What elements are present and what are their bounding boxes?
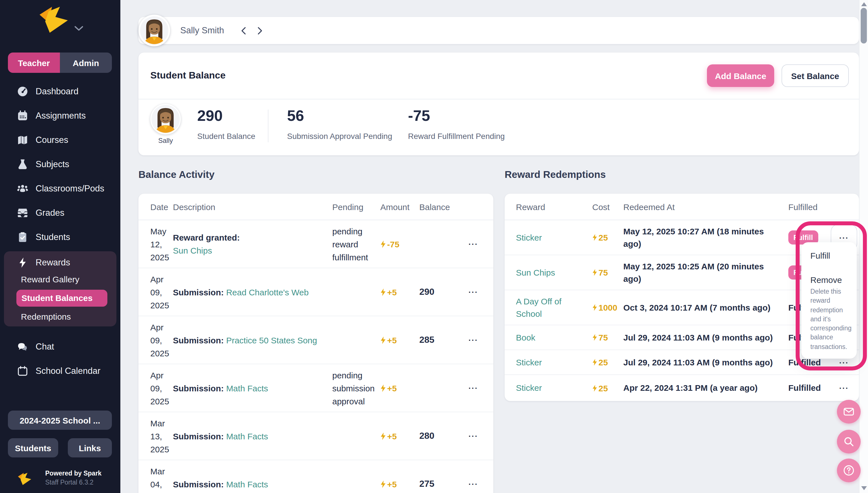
submission-link[interactable]: Math Facts bbox=[226, 479, 268, 489]
sidebar-item-rewards[interactable]: Rewards bbox=[17, 255, 70, 270]
reward-link[interactable]: Sticker bbox=[516, 231, 592, 244]
lightning-icon bbox=[592, 234, 597, 241]
add-balance-button[interactable]: Add Balance bbox=[707, 64, 774, 87]
sidebar-item-students[interactable]: Students bbox=[0, 225, 120, 249]
table-row: Mar 04, 2025 Submission: Math Facts +5 2… bbox=[139, 460, 493, 493]
search-icon bbox=[843, 435, 855, 448]
sidebar-item-classrooms[interactable]: Classrooms/Pods bbox=[0, 176, 120, 200]
cell-pending: pending submission approval bbox=[332, 368, 380, 407]
status-text: Fulfilled bbox=[788, 357, 821, 367]
links-button[interactable]: Links bbox=[68, 438, 112, 457]
cell-description: Submission: Math Facts bbox=[173, 382, 332, 394]
table-header: Date Description Pending Amount Balance bbox=[139, 194, 493, 220]
cell-date: Mar 04, 2025 bbox=[150, 465, 173, 493]
student-name: Sally Smith bbox=[180, 25, 224, 36]
cell-description: Submission: Practice 50 States Song bbox=[173, 334, 332, 346]
page-title: Student Balance bbox=[150, 70, 226, 81]
col-redeemed-at: Redeemed At bbox=[623, 202, 788, 212]
table-row: Apr 09, 2025 Submission: Read Charlotte'… bbox=[139, 268, 493, 316]
lightning-icon bbox=[380, 288, 386, 296]
lightning-icon bbox=[380, 336, 386, 344]
student-avatar bbox=[139, 15, 170, 46]
sidebar-item-chat[interactable]: Chat bbox=[0, 334, 120, 359]
cell-balance: 280 bbox=[419, 431, 453, 441]
description-prefix: Reward granted: bbox=[173, 233, 240, 242]
stat-label: Submission Approval Pending bbox=[287, 132, 392, 141]
reward-link[interactable]: Sun Chips bbox=[173, 244, 327, 257]
reward-link[interactable]: Sun Chips bbox=[516, 266, 592, 279]
mail-button[interactable] bbox=[837, 400, 861, 424]
cell-description: Reward granted: Sun Chips bbox=[173, 231, 332, 257]
lightning-icon bbox=[592, 269, 597, 276]
sidebar-item-school-calendar[interactable]: School Calendar bbox=[0, 359, 120, 383]
scroll-up-arrow[interactable] bbox=[861, 2, 867, 6]
cell-redeemed-at: Oct 3, 2024 10:17 AM (7 months ago) bbox=[623, 301, 788, 314]
submission-link[interactable]: Practice 50 States Song bbox=[226, 335, 317, 345]
sidebar-item-label: School Calendar bbox=[36, 366, 100, 376]
reward-link[interactable]: A Day Off of School bbox=[516, 295, 592, 320]
teacher-tab[interactable]: Teacher bbox=[8, 52, 60, 73]
sidebar-item-dashboard[interactable]: Dashboard bbox=[0, 79, 120, 103]
people-icon bbox=[17, 183, 28, 194]
calendar-icon bbox=[17, 110, 28, 121]
sidebar-nav-lower: Chat bbox=[0, 334, 120, 359]
row-menu-button[interactable]: ··· bbox=[469, 239, 478, 249]
spark-logo-icon bbox=[35, 6, 71, 35]
map-icon bbox=[17, 134, 28, 145]
chevron-down-icon[interactable] bbox=[75, 23, 83, 28]
menu-item-fulfill[interactable]: Fulfill bbox=[810, 251, 852, 260]
submission-link[interactable]: Math Facts bbox=[226, 431, 268, 441]
sidebar-item-label: Subjects bbox=[36, 159, 69, 169]
cell-cost: 25 bbox=[592, 358, 623, 367]
lightning-icon bbox=[592, 359, 597, 366]
stat-value: -75 bbox=[408, 107, 430, 125]
row-menu-button[interactable]: ··· bbox=[469, 431, 478, 441]
submission-link[interactable]: Read Charlotte's Web bbox=[226, 287, 309, 297]
row-context-menu: Fulfill Remove Delete this reward redemp… bbox=[801, 242, 857, 359]
table-row: Sticker 25 Apr 22, 2024 1:31 PM (a year … bbox=[504, 375, 859, 401]
stat-value: 290 bbox=[197, 107, 223, 125]
sidebar-item-grades[interactable]: Grades bbox=[0, 200, 120, 225]
set-balance-button[interactable]: Set Balance bbox=[782, 64, 849, 87]
scrollbar-thumb[interactable] bbox=[861, 8, 867, 43]
cell-balance: 285 bbox=[419, 335, 453, 345]
sidebar-item-reward-gallery[interactable]: Reward Gallery bbox=[21, 273, 79, 286]
lightning-icon bbox=[380, 480, 386, 488]
reward-redemptions-title: Reward Redemptions bbox=[504, 169, 606, 181]
search-button[interactable] bbox=[837, 430, 861, 453]
school-year-button[interactable]: 2024-2025 School ... bbox=[8, 410, 112, 430]
student-balance-card: Student Balance Add Balance Set Balance … bbox=[139, 52, 859, 155]
cell-amount: -75 bbox=[380, 239, 419, 249]
lightning-icon bbox=[592, 334, 597, 341]
menu-item-remove[interactable]: Remove bbox=[810, 275, 852, 285]
sidebar-item-student-balances[interactable]: Student Balances bbox=[16, 290, 107, 307]
row-menu-button[interactable]: ··· bbox=[839, 358, 849, 367]
sidebar-item-courses[interactable]: Courses bbox=[0, 128, 120, 152]
students-button[interactable]: Students bbox=[8, 438, 58, 457]
sidebar-item-redemptions[interactable]: Redemptions bbox=[21, 310, 71, 324]
col-reward: Reward bbox=[516, 202, 592, 212]
sidebar-item-subjects[interactable]: Subjects bbox=[0, 152, 120, 176]
row-menu-button[interactable]: ··· bbox=[839, 383, 849, 392]
cell-redeemed-at: May 12, 2025 10:27 AM (18 minutes ago) bbox=[623, 225, 788, 250]
lightning-icon bbox=[380, 432, 386, 440]
cell-cost: 25 bbox=[592, 383, 623, 393]
admin-tab[interactable]: Admin bbox=[60, 52, 112, 73]
help-button[interactable] bbox=[837, 458, 861, 482]
cell-description: Submission: Read Charlotte's Web bbox=[173, 285, 332, 298]
status-text: Fulfilled bbox=[788, 383, 821, 392]
row-menu-button[interactable]: ··· bbox=[469, 287, 478, 297]
next-student-button[interactable] bbox=[256, 26, 263, 35]
scroll-down-arrow[interactable] bbox=[861, 486, 867, 490]
description-prefix: Submission: bbox=[173, 383, 224, 393]
sidebar-item-assignments[interactable]: Assignments bbox=[0, 103, 120, 128]
lightning-icon bbox=[592, 384, 597, 392]
previous-student-button[interactable] bbox=[240, 26, 248, 35]
reward-link[interactable]: Sticker bbox=[516, 356, 592, 368]
reward-link[interactable]: Book bbox=[516, 331, 592, 344]
row-menu-button[interactable]: ··· bbox=[469, 383, 478, 392]
submission-link[interactable]: Math Facts bbox=[226, 383, 268, 393]
row-menu-button[interactable]: ··· bbox=[469, 336, 478, 344]
row-menu-button[interactable]: ··· bbox=[469, 479, 478, 489]
reward-link[interactable]: Sticker bbox=[516, 382, 592, 394]
